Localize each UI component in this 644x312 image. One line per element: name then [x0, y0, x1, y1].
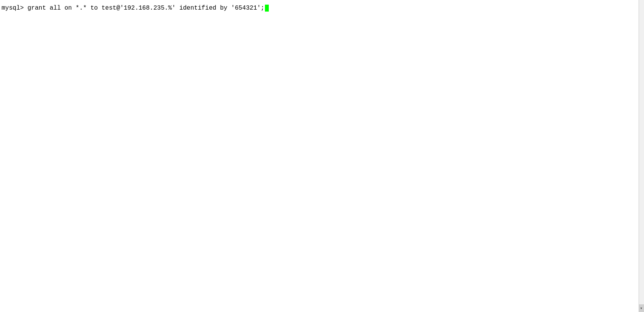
terminal-line: mysql> grant all on *.* to test@'192.168… — [0, 3, 644, 13]
scrollbar[interactable]: ▼ — [639, 0, 644, 312]
terminal-window[interactable]: mysql> grant all on *.* to test@'192.168… — [0, 0, 644, 312]
down-arrow-icon: ▼ — [641, 307, 642, 310]
mysql-prompt: mysql> — [2, 4, 27, 12]
scrollbar-arrow-down[interactable]: ▼ — [639, 304, 644, 312]
terminal-cursor — [265, 5, 269, 12]
command-text: grant all on *.* to test@'192.168.235.%'… — [27, 4, 265, 12]
